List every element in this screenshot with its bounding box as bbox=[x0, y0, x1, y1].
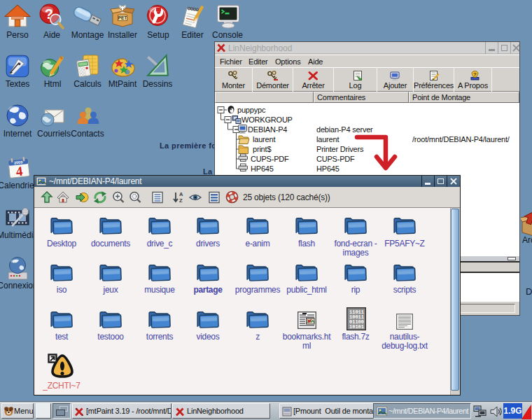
svg-text:PET: PET bbox=[118, 15, 127, 20]
svg-text:Z: Z bbox=[179, 197, 183, 204]
svg-text:10101: 10101 bbox=[349, 324, 364, 330]
svg-text:A: A bbox=[179, 191, 183, 197]
svg-text:?: ? bbox=[473, 71, 477, 78]
